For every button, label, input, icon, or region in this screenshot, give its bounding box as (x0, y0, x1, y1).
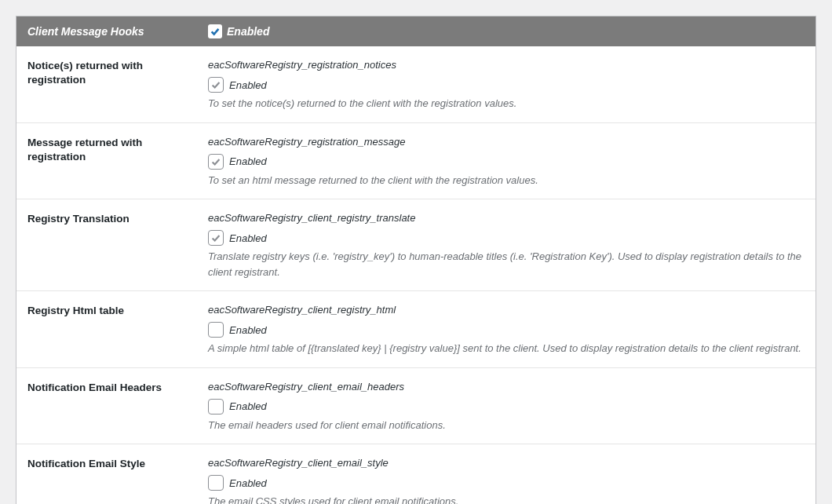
setting-label: Message returned with registration (27, 136, 208, 188)
setting-label: Notice(s) returned with registration (27, 59, 208, 111)
section-header: Client Message Hooks Enabled (16, 16, 816, 46)
checkbox-icon (208, 24, 222, 38)
hook-key: eacSoftwareRegistry_registration_message (208, 136, 805, 148)
setting-row: Notification Email StyleeacSoftwareRegis… (16, 444, 816, 504)
enable-label: Enabled (229, 232, 267, 244)
enable-toggle[interactable]: Enabled (208, 399, 805, 415)
setting-row: Registry TranslationeacSoftwareRegistry_… (16, 199, 816, 291)
checkbox-icon (208, 475, 224, 491)
enable-label: Enabled (229, 155, 267, 167)
setting-description: To set an html message returned to the c… (208, 173, 805, 188)
setting-content: eacSoftwareRegistry_client_email_headers… (208, 381, 805, 433)
hook-key: eacSoftwareRegistry_client_registry_html (208, 304, 805, 316)
setting-content: eacSoftwareRegistry_client_registry_html… (208, 304, 805, 356)
hook-key: eacSoftwareRegistry_client_email_style (208, 457, 805, 469)
enable-toggle[interactable]: Enabled (208, 322, 805, 338)
hook-key: eacSoftwareRegistry_registration_notices (208, 59, 805, 71)
setting-row: Registry Html tableeacSoftwareRegistry_c… (16, 291, 816, 368)
hook-key: eacSoftwareRegistry_client_registry_tran… (208, 212, 805, 224)
enable-label: Enabled (229, 477, 267, 489)
checkbox-icon (208, 322, 224, 338)
setting-row: Notification Email HeaderseacSoftwareReg… (16, 368, 816, 445)
setting-label: Registry Translation (27, 212, 208, 279)
settings-panel: Client Message Hooks Enabled Notice(s) r… (16, 16, 816, 504)
setting-description: A simple html table of [{translated key}… (208, 341, 805, 356)
setting-description: The email CSS styles used for client ema… (208, 494, 805, 504)
checkbox-icon (208, 154, 224, 170)
enable-toggle[interactable]: Enabled (208, 230, 805, 246)
enable-label: Enabled (229, 324, 267, 336)
section-enabled-toggle[interactable]: Enabled (208, 24, 269, 38)
setting-label: Notification Email Headers (27, 381, 208, 433)
setting-description: Translate registry keys (i.e. 'registry_… (208, 249, 805, 279)
setting-description: To set the notice(s) returned to the cli… (208, 96, 805, 111)
section-title: Client Message Hooks (27, 25, 208, 38)
checkbox-icon (208, 77, 224, 93)
setting-content: eacSoftwareRegistry_registration_message… (208, 136, 805, 188)
setting-row: Message returned with registrationeacSof… (16, 123, 816, 200)
enable-toggle[interactable]: Enabled (208, 475, 805, 491)
enable-label: Enabled (229, 79, 267, 91)
setting-label: Notification Email Style (27, 457, 208, 504)
section-enabled-label: Enabled (227, 25, 269, 38)
setting-content: eacSoftwareRegistry_client_email_styleEn… (208, 457, 805, 504)
setting-content: eacSoftwareRegistry_client_registry_tran… (208, 212, 805, 279)
enable-toggle[interactable]: Enabled (208, 77, 805, 93)
setting-row: Notice(s) returned with registrationeacS… (16, 46, 816, 123)
setting-label: Registry Html table (27, 304, 208, 356)
enable-label: Enabled (229, 400, 267, 412)
hook-key: eacSoftwareRegistry_client_email_headers (208, 381, 805, 393)
enable-toggle[interactable]: Enabled (208, 154, 805, 170)
checkbox-icon (208, 230, 224, 246)
checkbox-icon (208, 399, 224, 415)
setting-content: eacSoftwareRegistry_registration_notices… (208, 59, 805, 111)
setting-description: The email headers used for client email … (208, 418, 805, 433)
